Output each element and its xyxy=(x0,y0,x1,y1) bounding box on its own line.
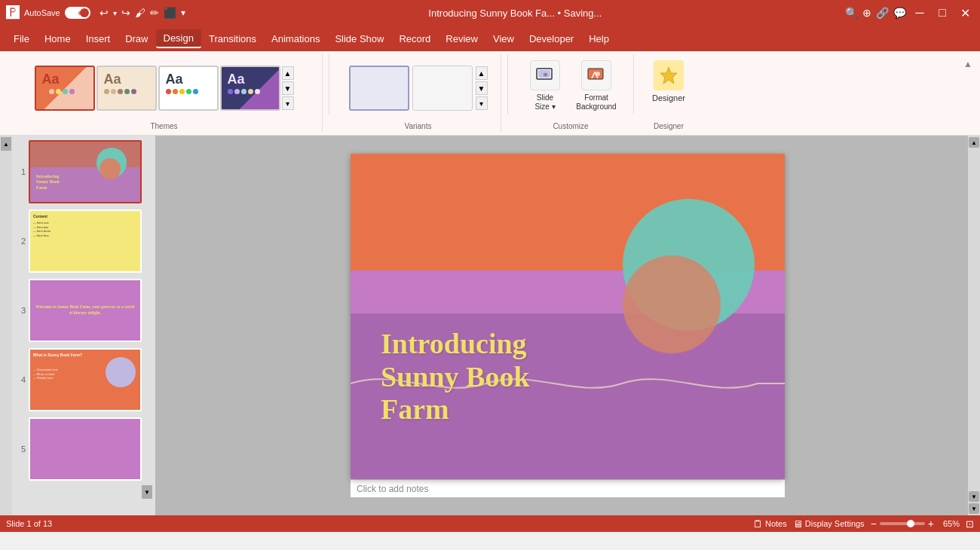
slide-panel: 1 IntroducingSunny BookFarm 2 Content xyxy=(12,136,155,515)
slide-title[interactable]: IntroducingSunny BookFarm xyxy=(381,328,530,426)
format-background-icon xyxy=(581,60,611,90)
variant-card-2[interactable] xyxy=(412,66,473,111)
redo-icon[interactable]: ↪ xyxy=(121,7,130,19)
themes-scroll-up[interactable]: ▲ xyxy=(282,66,294,80)
slide-thumb-4[interactable]: What is Sunny Book Farm? — Description t… xyxy=(29,348,142,411)
menu-animations[interactable]: Animations xyxy=(264,30,327,47)
menu-review[interactable]: Review xyxy=(438,30,485,47)
statusbar: Slide 1 of 13 🗒 Notes 🖥 Display Settings… xyxy=(0,515,980,532)
share-icon[interactable]: 🔗 xyxy=(876,7,889,19)
close-icon[interactable]: ✕ xyxy=(956,4,974,22)
designer-label: Designer xyxy=(652,93,685,102)
canvas-scroll-up[interactable]: ▲ xyxy=(969,137,979,148)
slide-thumb-1[interactable]: IntroducingSunny BookFarm xyxy=(29,140,142,203)
separator-2 xyxy=(507,54,508,115)
notes-button[interactable]: 🗒 Notes xyxy=(753,518,787,530)
slide-thumb-row-4: 4 What is Sunny Book Farm? — Description… xyxy=(15,347,152,413)
menu-developer[interactable]: Developer xyxy=(522,30,581,47)
presentation-icon[interactable]: ⬛ xyxy=(164,7,176,19)
slide-thumb-2[interactable]: Content — Item one — Item two — Item thr… xyxy=(29,209,142,273)
variants-scroll-more[interactable]: ▾ xyxy=(476,96,488,110)
theme-card-4[interactable]: Aa xyxy=(220,66,280,111)
theme-card-2[interactable]: Aa xyxy=(96,66,157,111)
slide-thumb-3[interactable]: Welcome to Sunny Book Farm, your gateway… xyxy=(29,279,142,342)
zoom-slider-thumb xyxy=(907,520,914,527)
display-settings-button[interactable]: 🖥 Display Settings xyxy=(793,518,865,530)
zoom-plus-btn[interactable]: + xyxy=(928,518,934,530)
variant-card-1[interactable] xyxy=(349,66,409,111)
variants-section: ▲ ▼ ▾ Variants xyxy=(335,54,501,132)
paint-icon[interactable]: 🖌 xyxy=(135,7,145,19)
variants-area: ▲ ▼ ▾ xyxy=(349,54,488,122)
app-logo: 🅿 xyxy=(6,5,20,21)
themes-section: Aa Aa xyxy=(6,54,323,132)
slide-num-3: 3 xyxy=(15,306,26,315)
themes-scroll-down[interactable]: ▼ xyxy=(282,81,294,95)
help-icon[interactable]: ⊕ xyxy=(862,7,871,19)
titlebar-right: 🔍 ⊕ 🔗 💬 ─ □ ✕ xyxy=(845,4,974,22)
menu-insert[interactable]: Insert xyxy=(78,30,118,47)
menu-file[interactable]: File xyxy=(6,30,37,47)
menu-design[interactable]: Design xyxy=(156,29,201,48)
restore-icon[interactable]: □ xyxy=(933,4,951,22)
search-icon[interactable]: 🔍 xyxy=(845,7,858,19)
slide-panel-scroll-down-btn[interactable]: ▼ xyxy=(142,485,152,499)
menu-help[interactable]: Help xyxy=(581,30,617,47)
variants-label: Variants xyxy=(405,122,432,132)
menu-home[interactable]: Home xyxy=(37,30,78,47)
variants-scroll: ▲ ▼ ▾ xyxy=(476,66,488,110)
zoom-control: − + 65% ⊡ xyxy=(871,518,974,530)
format-background-label: FormatBackground xyxy=(576,93,616,112)
canvas-scroll-right-down[interactable]: ▼ xyxy=(969,503,979,514)
zoom-slider[interactable] xyxy=(880,522,925,525)
menu-slideshow[interactable]: Slide Show xyxy=(327,30,391,47)
statusbar-right: 🗒 Notes 🖥 Display Settings − + 65% ⊡ xyxy=(753,518,974,530)
slide-panel-scrollbar: ▲ xyxy=(0,136,12,515)
slide-num-1: 1 xyxy=(15,167,26,176)
themes-scroll-more[interactable]: ▾ xyxy=(282,96,294,110)
quick-access-more-icon[interactable]: ▾ xyxy=(181,8,185,18)
slide-size-icon: ⊞ xyxy=(530,60,560,90)
fit-slide-icon[interactable]: ⊡ xyxy=(966,518,974,530)
variants-scroll-up[interactable]: ▲ xyxy=(476,66,488,80)
notes-bar: Click to add notes xyxy=(351,479,785,497)
comments-icon[interactable]: 💬 xyxy=(893,7,906,19)
variants-scroll-down[interactable]: ▼ xyxy=(476,81,488,95)
notes-placeholder[interactable]: Click to add notes xyxy=(357,484,428,494)
zoom-minus-btn[interactable]: − xyxy=(871,518,877,530)
canvas-scrollbar: ▲ ▼ ▼ xyxy=(968,136,980,515)
display-settings-icon: 🖥 xyxy=(793,518,803,530)
slide-size-button[interactable]: ⊞ SlideSize ▾ xyxy=(522,60,568,112)
autosave-toggle[interactable] xyxy=(65,7,90,19)
minimize-icon[interactable]: ─ xyxy=(911,4,929,22)
ribbon-collapse-btn[interactable]: ▲ xyxy=(962,57,974,71)
eraser-icon[interactable]: ✏ xyxy=(150,7,159,19)
menu-record[interactable]: Record xyxy=(391,30,438,47)
slide-thumb-5[interactable] xyxy=(29,417,142,481)
slide-thumb-row-2: 2 Content — Item one — Item two — Item t… xyxy=(15,208,152,274)
slide-thumb-row-5: 5 xyxy=(15,416,152,482)
svg-point-5 xyxy=(596,72,600,76)
undo-icon[interactable]: ↩ xyxy=(100,7,109,19)
ribbon: Aa Aa xyxy=(0,51,980,136)
notes-icon: 🗒 xyxy=(753,518,763,530)
canvas-scroll-down[interactable]: ▼ xyxy=(969,491,979,502)
menu-transitions[interactable]: Transitions xyxy=(201,30,264,47)
menu-view[interactable]: View xyxy=(485,30,522,47)
svg-marker-6 xyxy=(660,67,677,84)
titlebar: 🅿 AutoSave ↩ ▾ ↪ 🖌 ✏ ⬛ ▾ Introducing Sun… xyxy=(0,0,980,26)
designer-section: Designer Designer xyxy=(640,54,697,132)
slide-panel-scroll-up[interactable]: ▲ xyxy=(1,137,11,151)
window-title: Introducing Sunny Book Fa... • Saving... xyxy=(428,8,602,19)
theme-card-1[interactable]: Aa xyxy=(35,66,95,111)
display-settings-label: Display Settings xyxy=(805,519,865,528)
designer-button[interactable]: Designer xyxy=(646,54,691,102)
slide-size-label: SlideSize ▾ xyxy=(534,93,555,112)
main-slide[interactable]: IntroducingSunny BookFarm xyxy=(351,154,785,479)
undo-arrow-icon[interactable]: ▾ xyxy=(113,9,117,17)
slide-num-4: 4 xyxy=(15,375,26,384)
format-background-button[interactable]: FormatBackground xyxy=(574,60,619,112)
menu-draw[interactable]: Draw xyxy=(118,30,155,47)
theme-card-3[interactable]: Aa xyxy=(158,66,219,111)
slide-circle-orange xyxy=(623,255,721,353)
